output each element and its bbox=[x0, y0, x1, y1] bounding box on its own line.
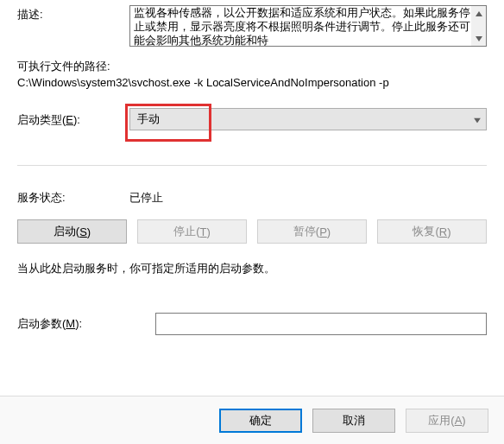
start-params-input[interactable] bbox=[155, 313, 487, 335]
start-button[interactable]: 启动(S) bbox=[17, 219, 127, 244]
scroll-up-button[interactable] bbox=[471, 6, 486, 21]
chevron-down-icon bbox=[474, 113, 481, 126]
startup-type-label: 启动类型(E): bbox=[17, 111, 129, 128]
start-params-note: 当从此处启动服务时，你可指定所适用的启动参数。 bbox=[17, 261, 487, 276]
ok-button[interactable]: 确定 bbox=[219, 409, 302, 433]
stop-button: 停止(T) bbox=[137, 219, 247, 244]
service-properties-dialog: 描述: 监视各种传感器，以公开数据和适应系统和用户状态。如果此服务停止或禁用，显… bbox=[0, 0, 504, 444]
executable-path-label: 可执行文件的路径: bbox=[17, 59, 487, 74]
service-status-label: 服务状态: bbox=[17, 190, 129, 206]
description-textarea[interactable]: 监视各种传感器，以公开数据和适应系统和用户状态。如果此服务停止或禁用，显示器亮度… bbox=[129, 5, 487, 47]
description-label: 描述: bbox=[17, 5, 129, 22]
resume-button: 恢复(R) bbox=[377, 219, 487, 244]
cancel-button[interactable]: 取消 bbox=[312, 409, 395, 433]
startup-type-value: 手动 bbox=[137, 111, 160, 127]
start-params-label: 启动参数(M): bbox=[17, 316, 155, 332]
apply-button: 应用(A) bbox=[406, 409, 488, 433]
scroll-down-button[interactable] bbox=[471, 31, 486, 46]
dialog-footer: 确定 取消 应用(A) bbox=[0, 396, 504, 444]
section-divider bbox=[17, 165, 487, 166]
executable-path-value: C:\Windows\system32\svchost.exe -k Local… bbox=[17, 76, 487, 89]
description-scrollbar[interactable] bbox=[471, 6, 486, 46]
service-status-value: 已停止 bbox=[129, 190, 163, 206]
startup-type-select[interactable]: 手动 bbox=[129, 108, 487, 130]
pause-button: 暂停(P) bbox=[257, 219, 367, 244]
description-text: 监视各种传感器，以公开数据和适应系统和用户状态。如果此服务停止或禁用，显示器亮度… bbox=[130, 6, 486, 47]
